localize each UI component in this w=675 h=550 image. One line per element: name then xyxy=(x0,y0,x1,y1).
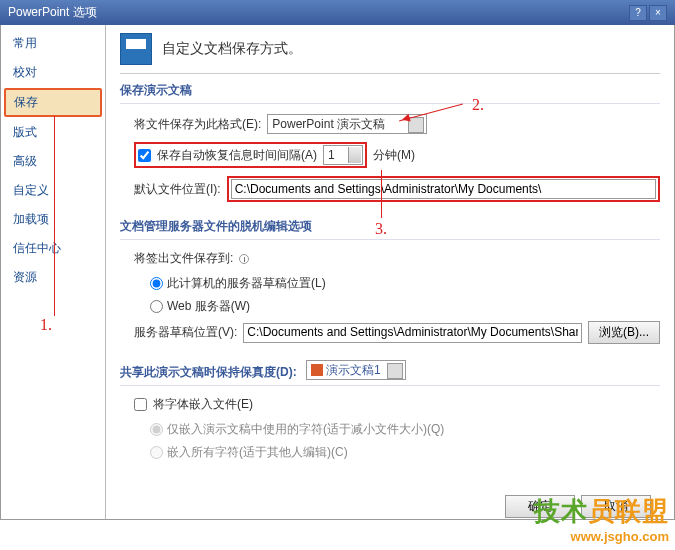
info-icon: i xyxy=(239,254,249,264)
default-location-label: 默认文件位置(I): xyxy=(134,181,221,198)
radio-embed-all xyxy=(150,446,163,459)
annotation-1-line xyxy=(54,116,55,316)
sidebar-item-layout[interactable]: 版式 xyxy=(1,118,105,147)
sidebar-item-resources[interactable]: 资源 xyxy=(1,263,105,292)
radio-web-server[interactable] xyxy=(150,300,163,313)
titlebar: PowerPoint 选项 ? × xyxy=(0,0,675,25)
annotation-3-line xyxy=(381,170,382,218)
annotation-2: 2. xyxy=(472,96,484,114)
window-title: PowerPoint 选项 xyxy=(8,4,97,21)
minutes-label: 分钟(M) xyxy=(373,147,415,164)
window-controls: ? × xyxy=(629,5,667,21)
checkout-label: 将签出文件保存到: xyxy=(134,250,233,267)
autosave-interval-spinner[interactable]: 1 xyxy=(323,145,363,165)
radio-embed-used xyxy=(150,423,163,436)
annotation-1: 1. xyxy=(40,316,52,334)
section-offline-title: 文档管理服务器文件的脱机编辑选项 xyxy=(120,210,660,240)
help-icon[interactable]: ? xyxy=(629,5,647,21)
section-save-title: 保存演示文稿 xyxy=(120,74,660,104)
sidebar-item-general[interactable]: 常用 xyxy=(1,29,105,58)
sidebar-item-proofing[interactable]: 校对 xyxy=(1,58,105,87)
default-location-input[interactable] xyxy=(231,179,656,199)
page-subtitle: 自定义文档保存方式。 xyxy=(162,40,302,58)
radio-local-drafts[interactable] xyxy=(150,277,163,290)
embed-fonts-label: 将字体嵌入文件(E) xyxy=(153,396,253,413)
autosave-checkbox[interactable] xyxy=(138,149,151,162)
section-fidelity-title: 共享此演示文稿时保持保真度(D): 演示文稿1 xyxy=(120,352,660,386)
server-location-input[interactable] xyxy=(243,323,582,343)
embed-used-label: 仅嵌入演示文稿中使用的字符(适于减小文件大小)(Q) xyxy=(167,421,444,438)
presentation-icon xyxy=(311,364,323,376)
sidebar-item-save[interactable]: 保存 xyxy=(4,88,102,117)
radio-web-label: Web 服务器(W) xyxy=(167,298,250,315)
sidebar-item-addins[interactable]: 加载项 xyxy=(1,205,105,234)
server-location-label: 服务器草稿位置(V): xyxy=(134,324,237,341)
sidebar-item-advanced[interactable]: 高级 xyxy=(1,147,105,176)
watermark-url: www.jsgho.com xyxy=(534,529,669,544)
watermark: 技术员联盟 www.jsgho.com xyxy=(534,494,669,544)
embed-fonts-checkbox[interactable] xyxy=(134,398,147,411)
autosave-label: 保存自动恢复信息时间间隔(A) xyxy=(157,147,317,164)
content-pane: 自定义文档保存方式。 保存演示文稿 将文件保存为此格式(E): PowerPoi… xyxy=(106,25,674,519)
browse-button[interactable]: 浏览(B)... xyxy=(588,321,660,344)
format-label: 将文件保存为此格式(E): xyxy=(134,116,261,133)
annotation-3: 3. xyxy=(375,220,387,238)
sidebar-item-trust[interactable]: 信任中心 xyxy=(1,234,105,263)
fidelity-doc-dropdown[interactable]: 演示文稿1 xyxy=(306,360,406,380)
save-icon xyxy=(120,33,152,65)
watermark-text: 技术员联盟 xyxy=(534,494,669,529)
close-icon[interactable]: × xyxy=(649,5,667,21)
sidebar-item-customize[interactable]: 自定义 xyxy=(1,176,105,205)
radio-local-label: 此计算机的服务器草稿位置(L) xyxy=(167,275,326,292)
embed-all-label: 嵌入所有字符(适于其他人编辑)(C) xyxy=(167,444,348,461)
